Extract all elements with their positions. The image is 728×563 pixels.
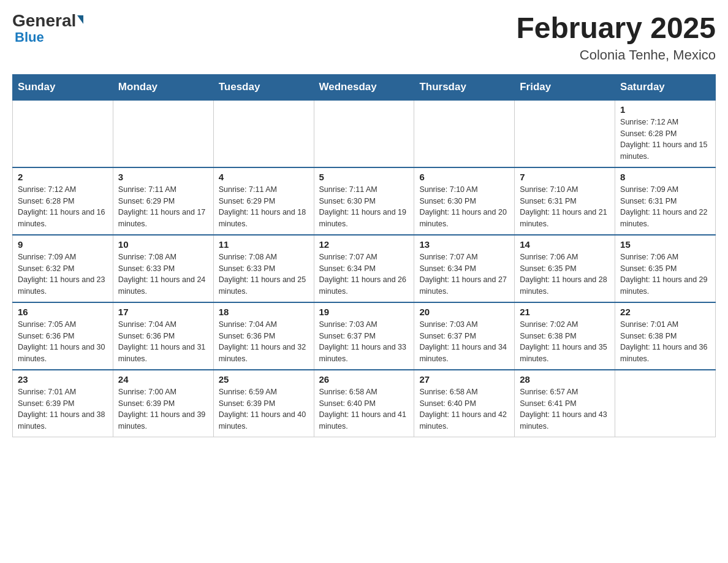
day-info: Sunrise: 7:11 AMSunset: 6:30 PMDaylight:… <box>319 184 409 230</box>
day-info: Sunrise: 7:06 AMSunset: 6:35 PMDaylight:… <box>520 251 610 297</box>
calendar-cell: 12Sunrise: 7:07 AMSunset: 6:34 PMDayligh… <box>314 235 414 302</box>
day-number: 4 <box>219 172 309 182</box>
day-number: 15 <box>620 239 710 250</box>
calendar-cell: 24Sunrise: 7:00 AMSunset: 6:39 PMDayligh… <box>113 370 213 437</box>
day-info: Sunrise: 7:07 AMSunset: 6:34 PMDaylight:… <box>419 251 509 297</box>
calendar-cell: 3Sunrise: 7:11 AMSunset: 6:29 PMDaylight… <box>113 167 213 235</box>
day-info: Sunrise: 7:11 AMSunset: 6:29 PMDaylight:… <box>118 184 208 230</box>
day-number: 22 <box>620 307 710 317</box>
day-number: 8 <box>620 172 710 182</box>
day-number: 21 <box>520 307 610 317</box>
day-info: Sunrise: 7:03 AMSunset: 6:37 PMDaylight:… <box>319 319 409 365</box>
location-text: Colonia Tenhe, Mexico <box>516 47 716 63</box>
day-info: Sunrise: 7:01 AMSunset: 6:38 PMDaylight:… <box>620 319 710 365</box>
day-number: 9 <box>18 239 108 250</box>
day-info: Sunrise: 7:07 AMSunset: 6:34 PMDaylight:… <box>319 251 409 297</box>
calendar-cell: 5Sunrise: 7:11 AMSunset: 6:30 PMDaylight… <box>314 167 414 235</box>
day-info: Sunrise: 7:10 AMSunset: 6:31 PMDaylight:… <box>520 184 610 230</box>
logo-blue-text: Blue <box>15 29 44 45</box>
calendar-cell: 17Sunrise: 7:04 AMSunset: 6:36 PMDayligh… <box>113 302 213 370</box>
calendar-cell: 21Sunrise: 7:02 AMSunset: 6:38 PMDayligh… <box>515 302 615 370</box>
day-info: Sunrise: 7:05 AMSunset: 6:36 PMDaylight:… <box>18 319 108 365</box>
weekday-header-monday: Monday <box>113 74 213 100</box>
day-info: Sunrise: 7:12 AMSunset: 6:28 PMDaylight:… <box>620 117 710 163</box>
calendar-cell <box>414 100 515 167</box>
calendar-cell: 22Sunrise: 7:01 AMSunset: 6:38 PMDayligh… <box>615 302 716 370</box>
calendar-cell: 1Sunrise: 7:12 AMSunset: 6:28 PMDaylight… <box>615 100 716 167</box>
day-number: 14 <box>520 239 610 250</box>
day-info: Sunrise: 7:08 AMSunset: 6:33 PMDaylight:… <box>118 251 208 297</box>
day-number: 20 <box>419 307 509 317</box>
calendar-cell: 28Sunrise: 6:57 AMSunset: 6:41 PMDayligh… <box>515 370 615 437</box>
calendar-cell <box>213 100 314 167</box>
day-number: 18 <box>219 307 309 317</box>
calendar-cell: 6Sunrise: 7:10 AMSunset: 6:30 PMDaylight… <box>414 167 515 235</box>
calendar-week-row: 9Sunrise: 7:09 AMSunset: 6:32 PMDaylight… <box>13 235 716 302</box>
calendar-cell: 16Sunrise: 7:05 AMSunset: 6:36 PMDayligh… <box>13 302 113 370</box>
day-info: Sunrise: 7:01 AMSunset: 6:39 PMDaylight:… <box>18 386 108 432</box>
day-info: Sunrise: 7:00 AMSunset: 6:39 PMDaylight:… <box>118 386 208 432</box>
logo: General Blue <box>12 12 83 45</box>
calendar-week-row: 16Sunrise: 7:05 AMSunset: 6:36 PMDayligh… <box>13 302 716 370</box>
day-number: 17 <box>118 307 208 317</box>
day-number: 12 <box>319 239 409 250</box>
month-title: February 2025 <box>516 12 716 45</box>
day-info: Sunrise: 7:04 AMSunset: 6:36 PMDaylight:… <box>118 319 208 365</box>
day-info: Sunrise: 7:03 AMSunset: 6:37 PMDaylight:… <box>419 319 509 365</box>
calendar-header-row: SundayMondayTuesdayWednesdayThursdayFrid… <box>13 74 716 100</box>
day-number: 27 <box>419 374 509 385</box>
day-info: Sunrise: 7:09 AMSunset: 6:32 PMDaylight:… <box>18 251 108 297</box>
day-number: 25 <box>219 374 309 385</box>
day-number: 5 <box>319 172 409 182</box>
weekday-header-saturday: Saturday <box>615 74 716 100</box>
calendar-cell: 2Sunrise: 7:12 AMSunset: 6:28 PMDaylight… <box>13 167 113 235</box>
weekday-header-sunday: Sunday <box>13 74 113 100</box>
day-info: Sunrise: 7:06 AMSunset: 6:35 PMDaylight:… <box>620 251 710 297</box>
weekday-header-tuesday: Tuesday <box>213 74 314 100</box>
weekday-header-friday: Friday <box>515 74 615 100</box>
weekday-header-wednesday: Wednesday <box>314 74 414 100</box>
day-number: 24 <box>118 374 208 385</box>
day-info: Sunrise: 7:11 AMSunset: 6:29 PMDaylight:… <box>219 184 309 230</box>
calendar-week-row: 2Sunrise: 7:12 AMSunset: 6:28 PMDaylight… <box>13 167 716 235</box>
calendar-cell: 9Sunrise: 7:09 AMSunset: 6:32 PMDaylight… <box>13 235 113 302</box>
logo-general-text: General <box>12 12 83 29</box>
calendar-cell: 25Sunrise: 6:59 AMSunset: 6:39 PMDayligh… <box>213 370 314 437</box>
day-number: 23 <box>18 374 108 385</box>
day-number: 28 <box>520 374 610 385</box>
calendar-cell <box>515 100 615 167</box>
day-info: Sunrise: 7:08 AMSunset: 6:33 PMDaylight:… <box>219 251 309 297</box>
day-number: 6 <box>419 172 509 182</box>
calendar-cell: 15Sunrise: 7:06 AMSunset: 6:35 PMDayligh… <box>615 235 716 302</box>
day-number: 10 <box>118 239 208 250</box>
calendar-cell: 10Sunrise: 7:08 AMSunset: 6:33 PMDayligh… <box>113 235 213 302</box>
calendar-cell <box>13 100 113 167</box>
calendar-cell <box>314 100 414 167</box>
day-info: Sunrise: 7:10 AMSunset: 6:30 PMDaylight:… <box>419 184 509 230</box>
calendar-week-row: 23Sunrise: 7:01 AMSunset: 6:39 PMDayligh… <box>13 370 716 437</box>
day-number: 19 <box>319 307 409 317</box>
calendar-cell: 11Sunrise: 7:08 AMSunset: 6:33 PMDayligh… <box>213 235 314 302</box>
day-number: 11 <box>219 239 309 250</box>
calendar-cell: 23Sunrise: 7:01 AMSunset: 6:39 PMDayligh… <box>13 370 113 437</box>
calendar-cell: 27Sunrise: 6:58 AMSunset: 6:40 PMDayligh… <box>414 370 515 437</box>
day-info: Sunrise: 6:58 AMSunset: 6:40 PMDaylight:… <box>319 386 409 432</box>
calendar-cell: 18Sunrise: 7:04 AMSunset: 6:36 PMDayligh… <box>213 302 314 370</box>
calendar-cell <box>615 370 716 437</box>
calendar-cell <box>113 100 213 167</box>
calendar-cell: 19Sunrise: 7:03 AMSunset: 6:37 PMDayligh… <box>314 302 414 370</box>
day-info: Sunrise: 6:57 AMSunset: 6:41 PMDaylight:… <box>520 386 610 432</box>
day-number: 2 <box>18 172 108 182</box>
calendar-cell: 26Sunrise: 6:58 AMSunset: 6:40 PMDayligh… <box>314 370 414 437</box>
day-info: Sunrise: 7:04 AMSunset: 6:36 PMDaylight:… <box>219 319 309 365</box>
day-info: Sunrise: 7:02 AMSunset: 6:38 PMDaylight:… <box>520 319 610 365</box>
day-info: Sunrise: 6:58 AMSunset: 6:40 PMDaylight:… <box>419 386 509 432</box>
calendar-cell: 4Sunrise: 7:11 AMSunset: 6:29 PMDaylight… <box>213 167 314 235</box>
calendar-cell: 20Sunrise: 7:03 AMSunset: 6:37 PMDayligh… <box>414 302 515 370</box>
calendar-week-row: 1Sunrise: 7:12 AMSunset: 6:28 PMDaylight… <box>13 100 716 167</box>
day-info: Sunrise: 7:12 AMSunset: 6:28 PMDaylight:… <box>18 184 108 230</box>
weekday-header-thursday: Thursday <box>414 74 515 100</box>
day-number: 3 <box>118 172 208 182</box>
title-section: February 2025 Colonia Tenhe, Mexico <box>516 12 716 63</box>
calendar-table: SundayMondayTuesdayWednesdayThursdayFrid… <box>12 74 716 438</box>
